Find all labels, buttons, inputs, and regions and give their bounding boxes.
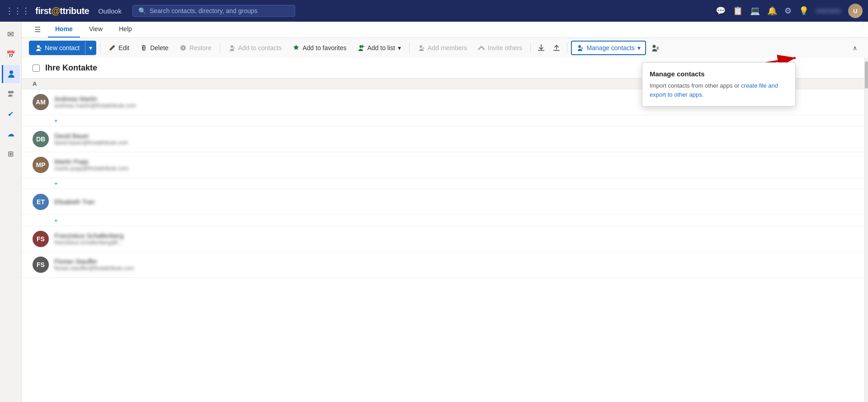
contact-name: Elisabeth Tran xyxy=(54,198,854,206)
top-bar: ⋮⋮⋮ first@ttribute Outlook 🔍 💬 📋 💻 🔔 ⚙ 💡… xyxy=(0,0,868,22)
contact-item[interactable]: FS Franziskus Schallenberg franziskus.sc… xyxy=(22,226,864,252)
sidebar-item-calendar[interactable]: 📅 xyxy=(2,45,20,63)
invite-others-button[interactable]: Invite others xyxy=(473,41,527,55)
new-contact-main[interactable]: New contact xyxy=(29,41,85,55)
add-to-list-label: Add to list xyxy=(367,44,395,51)
contact-info: Elisabeth Tran xyxy=(54,198,854,206)
export-icon-button[interactable] xyxy=(534,41,548,55)
manage-contacts-button[interactable]: Manage contacts ▾ xyxy=(571,41,646,55)
separator-4 xyxy=(530,42,531,53)
help-icon[interactable]: 💡 xyxy=(799,6,809,16)
contact-item[interactable]: MP Martin Popp martin.popp@firstattribut… xyxy=(22,152,864,178)
top-bar-icons: 💬 📋 💻 🔔 ⚙ 💡 Username U xyxy=(716,4,863,18)
tooltip-title: Manage contacts xyxy=(650,70,788,78)
settings-icon[interactable]: ⚙ xyxy=(784,6,792,16)
waffle-icon[interactable]: ⋮⋮⋮ xyxy=(5,6,30,16)
expand-link[interactable]: + xyxy=(54,117,58,124)
tab-view[interactable]: View xyxy=(82,22,110,37)
add-to-list-button[interactable]: Add to list ▾ xyxy=(353,41,405,55)
sidebar-item-contacts[interactable] xyxy=(2,65,20,83)
add-to-list-arrow[interactable]: ▾ xyxy=(398,44,401,51)
contact-name: Franziskus Schallenberg xyxy=(54,232,854,239)
contact-info: Martin Popp martin.popp@firstattribute.c… xyxy=(54,158,854,172)
separator-3 xyxy=(409,42,410,53)
separator-1 xyxy=(100,42,100,53)
vertical-scrollbar[interactable] xyxy=(864,58,868,402)
expand-link[interactable]: + xyxy=(54,217,58,224)
select-all-checkbox[interactable] xyxy=(33,65,40,72)
contact-name: Florian Stauffer xyxy=(54,258,854,265)
avatar: DB xyxy=(33,131,49,147)
manage-contacts-tooltip: Manage contacts Import contacts from oth… xyxy=(642,62,796,107)
contact-item[interactable]: DB David Bauer david.bauer@firstattribut… xyxy=(22,126,864,152)
contact-list: Ihre Kontakte A AM Andreas Martin andrea… xyxy=(22,58,864,402)
sidebar-item-mail[interactable]: ✉ xyxy=(2,25,20,43)
add-to-contacts-label: Add to contacts xyxy=(238,44,282,51)
new-contact-button[interactable]: New contact ▾ xyxy=(29,41,96,55)
avatar: FS xyxy=(33,257,49,273)
logo-text: first@ttribute xyxy=(35,6,89,16)
contact-email: florian.stauffer@firstattribute.com xyxy=(54,265,854,271)
user-name: Username xyxy=(816,8,841,14)
separator-2 xyxy=(220,42,220,53)
add-to-contacts-button[interactable]: Add to contacts xyxy=(224,41,287,55)
app-logo: first@ttribute xyxy=(35,6,89,16)
sidebar-item-groups[interactable] xyxy=(2,85,20,103)
app-name: Outlook xyxy=(98,7,122,15)
contact-info: David Bauer david.bauer@firstattribute.c… xyxy=(54,132,854,146)
sidebar-item-apps[interactable]: ⊞ xyxy=(2,145,20,163)
contact-info: Franziskus Schallenberg franziskus.schal… xyxy=(54,232,854,246)
sidebar-item-tasks[interactable]: ✔ xyxy=(2,105,20,123)
sidebar-item-onedrive[interactable]: ☁ xyxy=(2,125,20,143)
camera-icon[interactable]: 💻 xyxy=(750,6,760,16)
add-to-favorites-button[interactable]: Add to favorites xyxy=(288,41,351,55)
restore-label: Restore xyxy=(189,44,212,51)
new-contact-dropdown[interactable]: ▾ xyxy=(85,41,96,55)
contact-list-title: Ihre Kontakte xyxy=(45,63,97,73)
contact-expand: + xyxy=(22,178,864,189)
hamburger-menu[interactable]: ☰ xyxy=(29,22,46,37)
bell-icon[interactable]: 🔔 xyxy=(767,6,777,16)
search-input[interactable] xyxy=(150,7,289,14)
new-contact-label: New contact xyxy=(45,44,80,51)
add-to-favorites-label: Add to favorites xyxy=(302,44,346,51)
search-bar[interactable]: 🔍 xyxy=(132,5,295,17)
avatar: FS xyxy=(33,231,49,247)
contact-item[interactable]: FS Florian Stauffer florian.stauffer@fir… xyxy=(22,252,864,278)
tooltip-description: Import contacts from other apps or creat… xyxy=(650,81,788,99)
contact-info: Florian Stauffer florian.stauffer@firsta… xyxy=(54,258,854,271)
ribbon-actions: New contact ▾ Edit Delete Restore xyxy=(22,38,868,58)
contact-list-wrapper: Ihre Kontakte A AM Andreas Martin andrea… xyxy=(22,58,868,402)
contact-item[interactable]: ET Elisabeth Tran xyxy=(22,189,864,215)
contact-email: martin.popp@firstattribute.com xyxy=(54,165,854,172)
restore-button[interactable]: Restore xyxy=(175,41,216,55)
delete-label: Delete xyxy=(150,44,168,51)
feedback-icon[interactable]: 📋 xyxy=(733,6,743,16)
manage-contacts-arrow[interactable]: ▾ xyxy=(637,44,641,51)
avatar[interactable]: U xyxy=(848,4,863,18)
tab-home[interactable]: Home xyxy=(48,22,80,37)
manage-contacts-label: Manage contacts xyxy=(586,44,635,51)
add-members-button[interactable]: Add members xyxy=(413,41,472,55)
invite-others-label: Invite others xyxy=(488,44,522,51)
tab-help[interactable]: Help xyxy=(112,22,139,37)
contact-email: franziskus.schallenberg@f... xyxy=(54,239,854,246)
delete-button[interactable]: Delete xyxy=(136,41,173,55)
ribbon-toggle[interactable]: ∧ xyxy=(849,42,861,53)
scrollbar-thumb[interactable] xyxy=(865,61,868,89)
expand-link[interactable]: + xyxy=(54,180,58,187)
contact-name: David Bauer xyxy=(54,132,854,140)
extra-icon-button[interactable] xyxy=(648,41,661,55)
chat-icon[interactable]: 💬 xyxy=(716,6,726,16)
search-icon: 🔍 xyxy=(138,7,146,14)
sidebar: ✉ 📅 ✔ ☁ ⊞ xyxy=(0,22,22,402)
import-icon-button[interactable] xyxy=(550,41,563,55)
ribbon-tabs: ☰ Home View Help xyxy=(22,22,868,38)
avatar: MP xyxy=(33,157,49,173)
edit-label: Edit xyxy=(118,44,129,51)
avatar: ET xyxy=(33,194,49,210)
avatar: AM xyxy=(33,94,49,110)
add-members-label: Add members xyxy=(428,44,467,51)
edit-button[interactable]: Edit xyxy=(104,41,134,55)
tooltip-link[interactable]: create file and export to other apps. xyxy=(650,82,778,98)
